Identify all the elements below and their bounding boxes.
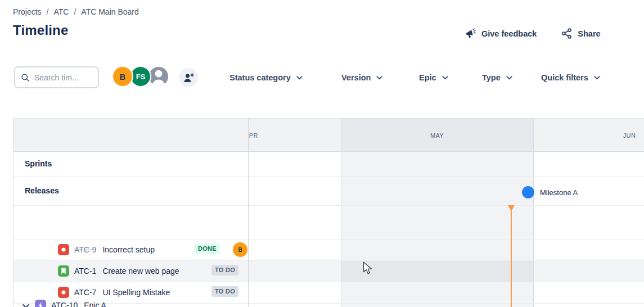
issue-row-atc-7[interactable]: ATC-7 UI Spelling Mistake TO DO (13, 282, 248, 303)
filter-label: Quick filters (541, 73, 588, 82)
timeline-left-panel: Sprints Releases ATC-10 Epic A (13, 119, 248, 307)
issue-key: ATC-1 (74, 267, 96, 276)
chevron-down-icon (506, 76, 512, 80)
releases-section-label: Releases (25, 186, 59, 195)
month-gridline (341, 119, 341, 307)
breadcrumb-separator: / (74, 7, 76, 16)
give-feedback-label: Give feedback (481, 29, 537, 38)
megaphone-icon (465, 28, 476, 39)
search-icon (21, 73, 30, 82)
breadcrumb-project-key[interactable]: ATC (53, 7, 69, 16)
breadcrumb: Projects / ATC / ATC Main Board (13, 7, 139, 16)
epic-row-atc-10[interactable]: ATC-10 Epic A (13, 205, 248, 239)
filter-version[interactable]: Version (341, 73, 382, 82)
jira-timeline-page: Projects / ATC / ATC Main Board Timeline… (0, 0, 644, 307)
status-badge-todo: TO DO (211, 265, 238, 276)
page-title: Timeline (13, 22, 69, 38)
share-icon (561, 28, 573, 39)
filter-label: Epic (419, 73, 436, 82)
breadcrumb-board[interactable]: ATC Main Board (81, 7, 138, 16)
chevron-down-icon (376, 76, 382, 80)
sprints-section-label: Sprints (25, 159, 52, 168)
chevron-down-icon (594, 76, 600, 80)
give-feedback-button[interactable]: Give feedback (465, 28, 537, 39)
today-marker-line (511, 210, 512, 307)
issue-name: Create new web page (102, 267, 179, 276)
month-label-jun: JUN (623, 132, 636, 139)
month-label-may: MAY (430, 132, 444, 139)
issue-row-atc-9[interactable]: ATC-9 Incorrect setup DONE B (13, 239, 248, 260)
chevron-down-icon (442, 76, 448, 80)
filter-label: Type (482, 73, 501, 82)
filter-epic[interactable]: Epic (419, 73, 448, 82)
filter-label: Status category (229, 73, 291, 82)
issue-name: Incorrect setup (102, 245, 155, 254)
timeline-grid: APR MAY JUN Milestone A Sprints Releases (13, 118, 644, 307)
header-actions: Give feedback Share (465, 28, 601, 39)
filter-type[interactable]: Type (482, 73, 512, 82)
story-icon (58, 265, 69, 277)
breadcrumb-projects[interactable]: Projects (13, 7, 42, 16)
chevron-down-icon (296, 76, 303, 80)
left-panel-header-cell (13, 119, 248, 151)
search-timeline-field[interactable] (14, 66, 99, 88)
status-badge-todo: TO DO (211, 286, 238, 297)
status-badge-done: DONE (195, 243, 220, 254)
search-input[interactable] (34, 73, 92, 82)
issue-key: ATC-9 (74, 245, 96, 254)
issue-name: UI Spelling Mistake (102, 288, 170, 297)
share-label: Share (578, 29, 600, 38)
issue-key: ATC-7 (74, 288, 96, 297)
bug-icon (58, 244, 69, 255)
milestone-marker[interactable] (522, 186, 534, 198)
add-person-icon (183, 73, 194, 83)
share-button[interactable]: Share (561, 28, 600, 39)
panel-divider[interactable] (248, 119, 249, 307)
assignee-avatar[interactable]: B (233, 242, 247, 257)
filter-label: Version (341, 73, 371, 82)
avatar-user-b[interactable]: B (112, 66, 133, 87)
chevron-down-icon[interactable] (22, 304, 30, 307)
milestone-label: Milestone A (540, 188, 578, 197)
filter-quick-filters[interactable]: Quick filters (541, 73, 600, 82)
issue-row-atc-1[interactable]: ATC-1 Create new web page TO DO (13, 260, 248, 282)
month-gridline (533, 119, 534, 307)
bug-icon (58, 287, 69, 298)
breadcrumb-separator: / (47, 7, 49, 16)
add-people-button[interactable] (179, 68, 198, 87)
current-month-column (341, 151, 533, 307)
filter-status-category[interactable]: Status category (229, 73, 303, 82)
